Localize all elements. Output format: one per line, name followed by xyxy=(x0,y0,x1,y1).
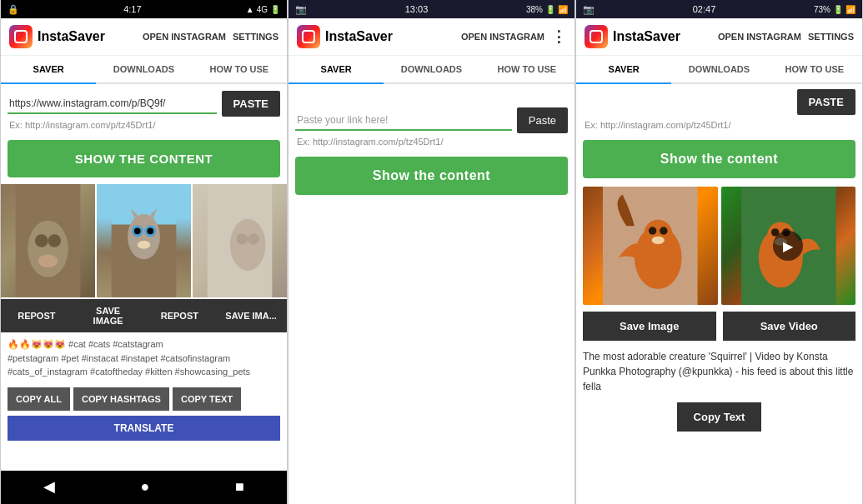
images-grid-1 xyxy=(1,182,287,299)
description-text: The most adorable creature 'Squirrel' | … xyxy=(576,344,862,399)
open-instagram-btn-3[interactable]: OPEN INSTAGRAM xyxy=(718,30,801,43)
top-bar-1: InstaSaver OPEN INSTAGRAM SETTINGS xyxy=(1,18,287,56)
cat-image-right xyxy=(193,184,287,297)
squirrel-grid: ▶ xyxy=(576,183,862,308)
paste-btn-1[interactable]: PASTE xyxy=(222,91,280,117)
signal-icon-3: 📶 xyxy=(845,5,855,14)
status-right-3: 73% 🔋 📶 xyxy=(814,5,855,14)
svg-point-12 xyxy=(138,241,151,249)
svg-point-4 xyxy=(38,255,58,268)
open-instagram-btn-1[interactable]: OPEN INSTAGRAM xyxy=(143,30,226,43)
save-image-btn-3[interactable]: Save Image xyxy=(583,312,716,341)
back-nav-icon[interactable]: ◀ xyxy=(43,477,55,496)
content-area-1: PASTE Ex: http://instagram.com/p/tz45Drt… xyxy=(1,84,287,471)
url-input-2[interactable] xyxy=(295,111,512,131)
open-instagram-btn-2[interactable]: OPEN INSTAGRAM xyxy=(461,30,544,43)
top-bar-actions-3: OPEN INSTAGRAM SETTINGS xyxy=(718,30,854,43)
settings-btn-1[interactable]: SETTINGS xyxy=(233,30,278,43)
signal-icon-1: ▲ xyxy=(246,5,254,14)
top-bar-3: InstaSaver OPEN INSTAGRAM SETTINGS xyxy=(576,18,862,56)
status-bar-3: 📷 02:47 73% 🔋 📶 xyxy=(576,0,862,18)
app-title-3: InstaSaver xyxy=(613,29,680,44)
home-nav-icon[interactable]: ● xyxy=(141,478,150,496)
save-image-btn-2[interactable]: SAVE IMA... xyxy=(215,299,287,332)
save-video-btn[interactable]: Save Video xyxy=(723,312,856,341)
status-bar-1: 🔒 4:17 ▲ 4G 🔋 xyxy=(1,0,287,18)
time-2: 13:03 xyxy=(405,4,429,14)
status-bar-left-2: 📷 xyxy=(295,4,307,15)
paste-btn-2[interactable]: Paste xyxy=(517,107,568,133)
svg-point-10 xyxy=(134,227,141,234)
app-icon-inner-2 xyxy=(302,30,315,43)
translate-btn-1[interactable]: TRANSLATE xyxy=(8,416,280,441)
camera-icon-3: 📷 xyxy=(583,4,595,15)
squirrel-image-right: ▶ xyxy=(721,187,856,305)
input-row-2: Paste xyxy=(289,101,574,137)
camera-icon-2: 📷 xyxy=(295,4,307,15)
repost-btn-1[interactable]: REPOST xyxy=(1,299,73,332)
show-content-btn-2[interactable]: Show the content xyxy=(295,157,568,195)
paste-btn-3[interactable]: PASTE xyxy=(797,89,855,115)
app-logo-2: InstaSaver xyxy=(297,25,393,48)
tab-saver-2[interactable]: SAVER xyxy=(289,56,384,84)
app-logo-1: InstaSaver xyxy=(9,25,105,48)
tab-how-to-use-2[interactable]: HOW TO USE xyxy=(479,56,574,82)
battery-pct-3: 73% xyxy=(814,5,830,14)
app-icon-inner-3 xyxy=(590,30,603,43)
nav-bar-1: ◀ ● ■ xyxy=(1,471,287,504)
network-icon-1: 4G xyxy=(257,5,268,14)
screens-container: 🔒 4:17 ▲ 4G 🔋 InstaSaver OPEN INSTAGRAM … xyxy=(0,0,863,504)
content-area-3: PASTE Ex: http://instagram.com/p/tz45Drt… xyxy=(576,84,862,504)
tab-bar-2: SAVER DOWNLOADS HOW TO USE xyxy=(289,56,574,84)
example-text-3: Ex: http://instagram.com/p/tz45Drt1/ xyxy=(576,120,862,135)
copy-text-btn-1[interactable]: COPY TEXT xyxy=(173,387,241,411)
squirrel-image-left xyxy=(583,187,718,305)
app-title-2: InstaSaver xyxy=(325,29,393,44)
status-bar-left-1: 🔒 xyxy=(8,4,19,15)
tab-saver-1[interactable]: SAVER xyxy=(1,56,96,84)
app-icon-inner-1 xyxy=(14,30,28,43)
tab-downloads-3[interactable]: DOWNLOADS xyxy=(671,56,766,82)
battery-icon-2: 🔋 xyxy=(545,5,555,14)
battery-icon-3: 🔋 xyxy=(833,5,843,14)
save-image-btn-1[interactable]: SAVE IMAGE xyxy=(73,299,144,332)
svg-point-3 xyxy=(48,234,62,247)
settings-btn-3[interactable]: SETTINGS xyxy=(808,30,854,43)
tab-saver-3[interactable]: SAVER xyxy=(576,56,671,84)
top-bar-actions-2: OPEN INSTAGRAM ⋮ xyxy=(461,27,566,46)
tab-bar-1: SAVER DOWNLOADS HOW TO USE xyxy=(1,56,287,84)
svg-point-11 xyxy=(147,227,153,234)
save-row: Save Image Save Video xyxy=(576,308,862,344)
cat-center-svg xyxy=(97,184,191,297)
screen-2: 📷 13:03 38% 🔋 📶 InstaSaver OPEN INSTAGRA… xyxy=(288,0,575,504)
svg-point-2 xyxy=(35,234,48,247)
action-btns-row-1: REPOST SAVE IMAGE REPOST SAVE IMA... xyxy=(1,299,287,332)
tab-how-to-use-3[interactable]: HOW TO USE xyxy=(767,56,862,82)
tab-how-to-use-1[interactable]: HOW TO USE xyxy=(192,56,287,82)
play-btn-overlay[interactable]: ▶ xyxy=(773,231,803,261)
tab-bar-3: SAVER DOWNLOADS HOW TO USE xyxy=(576,56,862,84)
svg-point-16 xyxy=(230,219,266,271)
input-row-1: PASTE xyxy=(1,84,287,120)
show-content-btn-3[interactable]: Show the content xyxy=(583,140,855,178)
example-text-2: Ex: http://instagram.com/p/tz45Drt1/ xyxy=(289,137,574,152)
svg-point-23 xyxy=(660,227,667,234)
time-1: 4:17 xyxy=(123,4,141,14)
status-bar-left-3: 📷 xyxy=(583,4,595,15)
app-title-1: InstaSaver xyxy=(38,29,105,44)
cat-image-center xyxy=(97,184,191,297)
tab-downloads-1[interactable]: DOWNLOADS xyxy=(96,56,191,82)
show-content-btn-1[interactable]: SHOW THE CONTENT xyxy=(8,140,280,177)
svg-point-24 xyxy=(652,237,665,244)
copy-hashtags-btn[interactable]: COPY HASHTAGS xyxy=(73,387,169,411)
app-icon-2 xyxy=(297,25,320,48)
tab-downloads-2[interactable]: DOWNLOADS xyxy=(384,56,479,82)
recents-nav-icon[interactable]: ■ xyxy=(235,478,244,496)
copy-text-btn-3[interactable]: Copy Text xyxy=(677,402,762,432)
repost-btn-2[interactable]: REPOST xyxy=(144,299,216,332)
status-bar-2: 📷 13:03 38% 🔋 📶 xyxy=(289,0,574,18)
menu-btn-2[interactable]: ⋮ xyxy=(551,27,566,46)
copy-all-btn[interactable]: COPY ALL xyxy=(8,387,70,411)
url-input-1[interactable] xyxy=(8,94,217,114)
svg-point-1 xyxy=(28,221,68,277)
